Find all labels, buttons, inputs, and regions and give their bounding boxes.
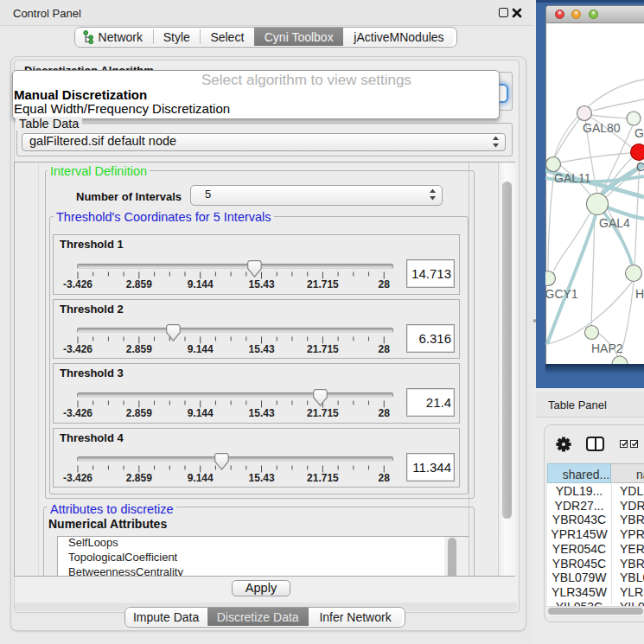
svg-text:HI: HI [635,287,644,301]
svg-text:C: C [636,160,644,174]
svg-text:GCY1: GCY1 [545,287,578,301]
svg-text:GA: GA [634,126,644,140]
svg-text:HAP2: HAP2 [591,341,623,355]
svg-text:GAL4: GAL4 [599,216,630,230]
svg-text:GAL11: GAL11 [554,171,591,185]
svg-text:GAL80: GAL80 [583,121,621,135]
